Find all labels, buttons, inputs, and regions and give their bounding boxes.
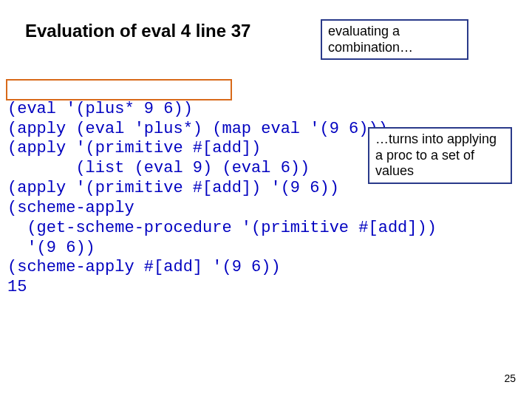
slide-title: Evaluation of eval 4 line 37	[25, 21, 250, 41]
code-line-8: '(9 6))	[7, 239, 95, 257]
annotation-applying-proc: …turns into applying a proc to a set of …	[368, 127, 512, 184]
code-line-10: 15	[7, 278, 27, 296]
code-line-7: (get-scheme-procedure '(primitive #[add]…	[7, 219, 437, 237]
code-line-6: (scheme-apply	[7, 199, 134, 217]
annotation-evaluating-combination: evaluating a combination…	[321, 19, 468, 60]
code-line-5: (apply '(primitive #[add]) '(9 6))	[7, 179, 339, 197]
code-line-9: (scheme-apply #[add] '(9 6))	[7, 258, 281, 276]
code-line-2: (apply (eval 'plus*) (map eval '(9 6)))	[7, 120, 388, 138]
code-line-1: (eval '(plus* 9 6))	[7, 100, 193, 118]
code-line-3: (apply '(primitive #[add])	[7, 139, 261, 157]
page-number: 25	[504, 372, 516, 384]
code-line-4: (list (eval 9) (eval 6))	[7, 159, 310, 177]
code-block: (eval '(plus* 9 6)) (apply (eval 'plus*)…	[7, 80, 437, 298]
